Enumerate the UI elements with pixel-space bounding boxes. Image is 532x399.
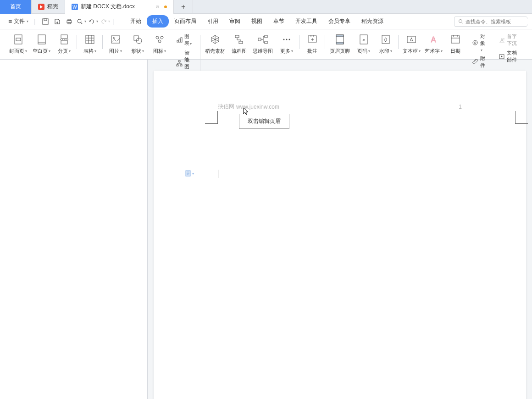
shape-button[interactable]: 形状 xyxy=(128,32,147,55)
watermark-icon xyxy=(379,33,392,46)
pagenumber-button[interactable]: # 页码 xyxy=(355,32,373,55)
svg-rect-33 xyxy=(181,38,182,42)
page-break-button[interactable]: 分页 xyxy=(55,32,73,55)
icon-button[interactable]: 图标 xyxy=(150,32,169,55)
tab-daoke[interactable]: 稻壳 xyxy=(32,0,65,14)
svg-text:A: A xyxy=(431,36,436,44)
chevron-down-icon: ▾ xyxy=(27,19,28,23)
tab-add[interactable]: + xyxy=(174,0,193,14)
svg-point-74 xyxy=(501,56,503,57)
tab-pagelayout[interactable]: 页面布局 xyxy=(169,15,202,28)
date-button[interactable]: 日期 xyxy=(446,32,465,55)
hamburger-icon: ≡ xyxy=(8,18,12,25)
ribbon-insert: 封面页 空白页 分页 表格 图片 形状 图标 xyxy=(0,29,532,60)
chart-icon xyxy=(176,36,183,44)
pagenumber-icon: # xyxy=(357,33,370,46)
blank-page-icon xyxy=(35,33,48,46)
more-button[interactable]: 更多 xyxy=(277,32,296,55)
tab-home-label: 首页 xyxy=(10,3,21,11)
label: 文本框 xyxy=(403,48,421,55)
svg-rect-44 xyxy=(265,35,267,38)
svg-point-46 xyxy=(283,39,285,40)
print-button[interactable] xyxy=(64,16,75,27)
wordart-icon: A xyxy=(427,33,440,46)
save-icon xyxy=(42,18,49,25)
redo-button[interactable] xyxy=(100,16,111,27)
tab-review[interactable]: 审阅 xyxy=(224,15,246,28)
material-button[interactable]: 稻壳素材 xyxy=(204,32,226,55)
search-bar[interactable] xyxy=(454,17,527,27)
tab-document[interactable]: W 新建 DOCX 文档.docx ⎚ xyxy=(65,0,174,14)
svg-point-48 xyxy=(289,39,290,40)
paragraph-handle[interactable]: ▾ xyxy=(185,170,194,177)
flowchart-icon xyxy=(233,33,245,46)
chevron-down-icon: ▾ xyxy=(192,172,194,176)
search-input[interactable] xyxy=(466,19,529,24)
tab-chapter-label: 章节 xyxy=(273,18,284,24)
docparts-icon xyxy=(499,53,505,60)
svg-rect-31 xyxy=(177,40,178,42)
save-as-button[interactable] xyxy=(52,16,63,27)
flowchart-button[interactable]: 流程图 xyxy=(230,32,248,55)
svg-point-30 xyxy=(158,40,161,43)
tab-insert[interactable]: 插入 xyxy=(147,15,169,28)
undo-button[interactable] xyxy=(88,16,99,27)
textbox-button[interactable]: A 文本框 xyxy=(402,32,421,55)
headerfooter-button[interactable]: 页眉页脚 xyxy=(329,32,351,55)
tab-member[interactable]: 会员专享 xyxy=(323,15,356,28)
blank-page-button[interactable]: 空白页 xyxy=(32,32,51,55)
comment-button[interactable]: 批注 xyxy=(303,32,321,55)
svg-point-27 xyxy=(136,38,142,44)
tab-daoke-label: 稻壳 xyxy=(47,3,58,11)
chart-button[interactable]: 图表 xyxy=(174,32,195,48)
file-menu[interactable]: ≡ 文件 ▾ xyxy=(5,16,32,27)
tab-pagelayout-label: 页面布局 xyxy=(174,18,196,24)
label: 图标 xyxy=(153,48,166,55)
tab-start[interactable]: 开始 xyxy=(125,15,147,28)
more-icon xyxy=(280,33,293,46)
table-button[interactable]: 表格 xyxy=(81,32,99,55)
label: 表格 xyxy=(83,48,96,55)
mindmap-button[interactable]: 思维导图 xyxy=(252,32,274,55)
separator: | xyxy=(112,18,114,25)
picture-button[interactable]: 图片 xyxy=(106,32,125,55)
tab-view[interactable]: 视图 xyxy=(246,15,268,28)
svg-point-28 xyxy=(156,36,159,39)
save-button[interactable] xyxy=(40,16,51,27)
document-container[interactable]: 抉信网 www.juexinw.com 1 双击编辑页眉 ▾ xyxy=(148,60,532,399)
label: 艺术字 xyxy=(425,48,443,55)
text-cursor xyxy=(218,170,218,178)
page-header[interactable]: 抉信网 www.juexinw.com 1 xyxy=(218,103,462,111)
document-page[interactable]: 抉信网 www.juexinw.com 1 双击编辑页眉 ▾ xyxy=(154,71,526,399)
table-icon xyxy=(83,33,96,46)
tab-chapter[interactable]: 章节 xyxy=(268,15,290,28)
dropcap-button[interactable]: A 首字下沉 xyxy=(497,32,522,48)
label: 稻壳素材 xyxy=(205,48,225,55)
tab-devtools[interactable]: 开发工具 xyxy=(290,15,323,28)
cover-page-button[interactable]: 封面页 xyxy=(8,32,28,55)
mindmap-icon xyxy=(256,33,269,46)
dropcap-icon: A xyxy=(499,36,505,44)
print-preview-button[interactable] xyxy=(76,16,87,27)
tab-member-label: 会员专享 xyxy=(328,18,350,24)
label: 图片 xyxy=(109,48,122,55)
header-tooltip: 双击编辑页眉 xyxy=(239,114,289,129)
tab-start-label: 开始 xyxy=(130,18,141,24)
word-doc-icon: W xyxy=(72,4,78,10)
file-menu-label: 文件 xyxy=(14,17,25,25)
unsaved-dot-icon xyxy=(164,6,167,8)
object-button[interactable]: 对象 xyxy=(470,32,489,53)
tab-resources[interactable]: 稻壳资源 xyxy=(356,15,389,28)
tab-reference[interactable]: 引用 xyxy=(202,15,224,28)
side-panel xyxy=(0,60,148,399)
tab-home[interactable]: 首页 xyxy=(0,0,32,14)
plus-icon: + xyxy=(181,3,185,11)
main-tabs: 开始 插入 页面布局 引用 审阅 视图 章节 开发工具 会员专享 稻壳资源 xyxy=(125,15,389,28)
date-icon xyxy=(449,33,462,46)
wordart-button[interactable]: A 艺术字 xyxy=(424,32,443,55)
material-icon xyxy=(209,33,222,46)
svg-rect-56 xyxy=(336,42,344,44)
watermark-button[interactable]: 水印 xyxy=(377,32,395,55)
tab-insert-label: 插入 xyxy=(152,18,163,24)
svg-rect-19 xyxy=(86,35,94,44)
